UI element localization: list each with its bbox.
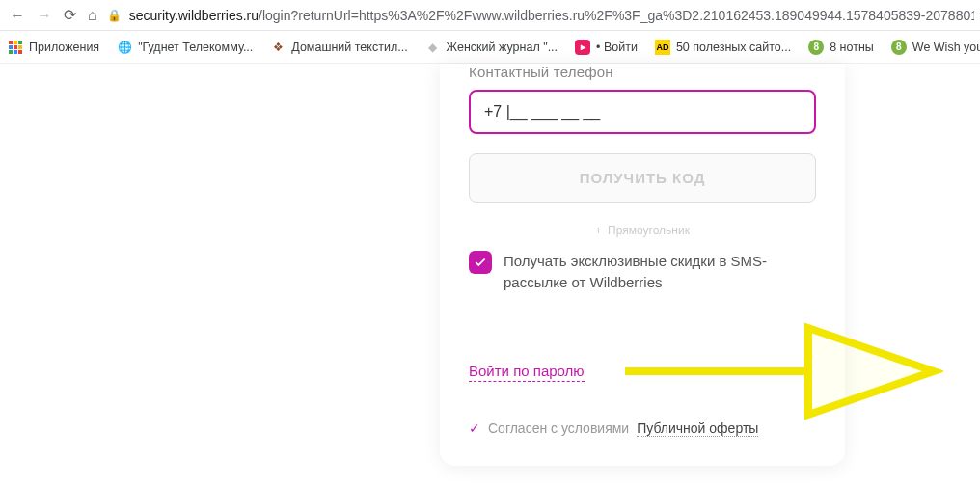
browser-toolbar: ← → ⟳ ⌂ 🔒 security.wildberries.ru/login?… — [0, 0, 980, 31]
public-offer-link[interactable]: Публичной оферты — [637, 420, 758, 437]
bookmark-item[interactable]: AD 50 полезных сайто... — [655, 40, 791, 55]
get-code-button[interactable]: ПОЛУЧИТЬ КОД — [469, 153, 816, 203]
bookmark-apps[interactable]: Приложения — [8, 40, 99, 55]
bookmark-label: Приложения — [29, 41, 99, 54]
bookmark-label: Женский журнал "... — [447, 41, 558, 54]
bookmark-item[interactable]: ◆ Женский журнал "... — [425, 40, 558, 55]
sms-consent-text: Получать эксклюзивные скидки в SMS-рассы… — [504, 251, 816, 293]
forward-icon[interactable]: → — [37, 8, 52, 23]
login-card: Контактный телефон ПОЛУЧИТЬ КОД + Прямоу… — [440, 64, 845, 466]
site-icon: 8 — [808, 40, 824, 55]
bookmark-label: • Войти — [596, 41, 638, 54]
bookmark-label: "Гуднет Телекомму... — [138, 41, 253, 54]
shape-hint: + Прямоугольник — [469, 224, 816, 237]
bookmark-label: 8 нотны — [830, 41, 874, 54]
agreement-text: Согласен с условиями — [488, 420, 629, 436]
globe-icon: 🌐 — [117, 40, 132, 55]
ad-icon: AD — [655, 40, 670, 55]
bookmark-item[interactable]: ❖ Домашний текстил... — [270, 40, 407, 55]
lock-icon: 🔒 — [107, 9, 122, 22]
bookmark-label: Домашний текстил... — [291, 41, 407, 54]
home-icon[interactable]: ⌂ — [88, 8, 97, 23]
site-icon: 8 — [891, 40, 907, 55]
reload-icon[interactable]: ⟳ — [64, 8, 76, 23]
check-icon: ✓ — [469, 420, 480, 436]
bookmarks-bar: Приложения 🌐 "Гуднет Телекомму... ❖ Дома… — [0, 31, 980, 64]
site-icon: ❖ — [270, 40, 286, 55]
url-host: security.wildberries.ru — [129, 8, 259, 23]
phone-label: Контактный телефон — [469, 64, 816, 80]
url-path: /login?returnUrl=https%3A%2F%2Fwww.wildb… — [259, 8, 974, 23]
bookmark-label: 50 полезных сайто... — [676, 41, 791, 54]
address-bar[interactable]: 🔒 security.wildberries.ru/login?returnUr… — [107, 8, 974, 23]
site-icon: ▸ — [575, 40, 590, 55]
bookmark-item[interactable]: ▸ • Войти — [575, 40, 638, 55]
login-by-password-link[interactable]: Войти по паролю — [469, 363, 585, 382]
plus-icon: + — [595, 224, 602, 237]
check-icon — [474, 256, 487, 269]
phone-input[interactable] — [469, 90, 816, 134]
sms-consent-checkbox[interactable] — [469, 251, 492, 274]
bookmark-label: We Wish you a Me — [912, 41, 980, 54]
diamond-icon: ◆ — [425, 40, 441, 55]
bookmark-item[interactable]: 8 We Wish you a Me — [891, 40, 980, 55]
back-icon[interactable]: ← — [10, 8, 25, 23]
bookmark-item[interactable]: 🌐 "Гуднет Телекомму... — [117, 40, 253, 55]
bookmark-item[interactable]: 8 8 нотны — [808, 40, 874, 55]
agreement-row: ✓ Согласен с условиями Публичной оферты — [469, 420, 816, 437]
